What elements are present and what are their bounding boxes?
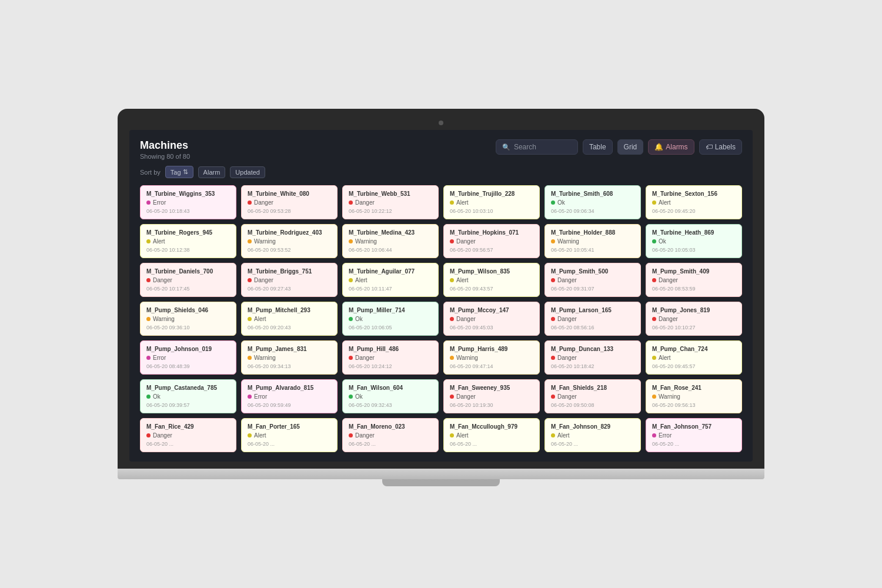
machine-card[interactable]: M_Pump_Jones_819 Danger 06-05-20 10:10:2… [646,302,742,336]
status-dot [652,356,656,360]
status-dot [551,356,555,360]
screen-bezel: Machines Showing 80 of 80 🔍 Search Table… [118,109,764,469]
screen: Machines Showing 80 of 80 🔍 Search Table… [129,130,753,462]
machine-name: M_Turbine_Heath_869 [652,229,736,236]
status-text: Danger [153,432,172,439]
machine-time: 06-05-20 ... [248,441,331,447]
machine-card[interactable]: M_Fan_Moreno_023 Danger 06-05-20 ... [342,418,439,452]
status-dot [349,201,353,205]
machine-time: 06-05-20 09:53:52 [248,247,331,253]
sort-tag-button[interactable]: Tag ⇅ [165,166,193,178]
machine-card[interactable]: M_Pump_Chan_724 Alert 06-05-20 09:45:57 [646,340,742,375]
machine-card[interactable]: M_Pump_Miller_714 Ok 06-05-20 10:06:05 [342,302,439,336]
camera [439,121,443,125]
machine-status: Ok [349,393,432,400]
machine-card[interactable]: M_Turbine_Medina_423 Warning 06-05-20 10… [342,224,439,258]
machine-card[interactable]: M_Turbine_Briggs_751 Danger 06-05-20 09:… [241,263,338,297]
machine-name: M_Turbine_Daniels_700 [146,268,230,275]
machine-card[interactable]: M_Fan_Shields_218 Danger 06-05-20 09:50:… [544,379,641,413]
machine-card[interactable]: M_Turbine_Wiggins_353 Error 06-05-20 10:… [140,185,236,219]
machine-card[interactable]: M_Turbine_Heath_869 Ok 06-05-20 10:05:03 [646,224,742,258]
machine-card[interactable]: M_Fan_Wilson_604 Ok 06-05-20 09:32:43 [342,379,439,413]
machine-card[interactable]: M_Fan_Porter_165 Alert 06-05-20 ... [241,418,338,452]
status-dot [551,317,555,321]
machine-time: 06-05-20 10:19:30 [450,402,533,408]
status-text: Ok [557,199,565,206]
machine-status: Danger [652,277,736,283]
machine-card[interactable]: M_Pump_Smith_500 Danger 06-05-20 09:31:0… [544,263,641,297]
machine-card[interactable]: M_Pump_Johnson_019 Error 06-05-20 08:48:… [140,340,236,375]
machine-name: M_Fan_Porter_165 [248,423,331,430]
machine-card[interactable]: M_Turbine_Webb_531 Danger 06-05-20 10:22… [342,185,439,219]
machine-card[interactable]: M_Turbine_Holder_888 Warning 06-05-20 10… [544,224,641,258]
status-dot [248,278,252,282]
alarms-button[interactable]: 🔔 Alarms [648,139,694,155]
page-subtitle: Showing 80 of 80 [140,153,190,160]
machine-card[interactable]: M_Turbine_Hopkins_071 Danger 06-05-20 09… [443,224,540,258]
machine-card[interactable]: M_Fan_Sweeney_935 Danger 06-05-20 10:19:… [443,379,540,413]
machine-name: M_Fan_Rice_429 [146,423,230,430]
machine-name: M_Fan_Moreno_023 [349,423,432,430]
machine-status: Danger [450,316,533,322]
sort-tag-icon: ⇅ [183,168,188,176]
machine-card[interactable]: M_Fan_Johnson_829 Alert 06-05-20 ... [544,418,641,452]
machine-card[interactable]: M_Pump_Alvarado_815 Error 06-05-20 09:59… [241,379,338,413]
machine-card[interactable]: M_Fan_Mccullough_979 Alert 06-05-20 ... [443,418,540,452]
status-text: Ok [659,238,666,245]
machine-card[interactable]: M_Turbine_Rogers_945 Alert 06-05-20 10:1… [140,224,236,258]
machine-time: 06-05-20 08:48:39 [146,363,230,369]
machine-card[interactable]: M_Pump_Hill_486 Danger 06-05-20 10:24:12 [342,340,439,375]
sort-updated-label: Updated [235,169,260,176]
machine-card[interactable]: M_Pump_Wilson_835 Alert 06-05-20 09:43:5… [443,263,540,297]
machine-card[interactable]: M_Pump_Larson_165 Danger 06-05-20 08:56:… [544,302,641,336]
machine-status: Danger [248,277,331,283]
machine-card[interactable]: M_Pump_Castaneda_785 Ok 06-05-20 09:39:5… [140,379,236,413]
machine-time: 06-05-20 ... [551,441,634,447]
laptop-base [118,469,764,479]
machine-card[interactable]: M_Turbine_Trujillo_228 Alert 06-05-20 10… [443,185,540,219]
machine-status: Danger [551,355,634,361]
machine-card[interactable]: M_Pump_Harris_489 Warning 06-05-20 09:47… [443,340,540,375]
machine-time: 06-05-20 09:34:13 [248,363,331,369]
machine-name: M_Pump_Mitchell_293 [248,307,331,313]
machine-time: 06-05-20 09:06:34 [551,208,634,214]
machine-card[interactable]: M_Fan_Johnson_757 Error 06-05-20 ... [646,418,742,452]
status-dot [349,356,353,360]
status-text: Warning [153,316,175,322]
machine-card[interactable]: M_Pump_Mitchell_293 Alert 06-05-20 09:20… [241,302,338,336]
machine-card[interactable]: M_Turbine_Sexton_156 Alert 06-05-20 09:4… [646,185,742,219]
machine-time: 06-05-20 ... [450,441,533,447]
table-button[interactable]: Table [583,139,613,155]
machine-name: M_Fan_Sweeney_935 [450,385,533,391]
machine-card[interactable]: M_Pump_Mccoy_147 Danger 06-05-20 09:45:0… [443,302,540,336]
machine-card[interactable]: M_Pump_James_831 Warning 06-05-20 09:34:… [241,340,338,375]
machine-card[interactable]: M_Turbine_White_080 Danger 06-05-20 09:5… [241,185,338,219]
sort-updated-button[interactable]: Updated [230,166,265,178]
machine-card[interactable]: M_Turbine_Rodriguez_403 Warning 06-05-20… [241,224,338,258]
machine-card[interactable]: M_Turbine_Smith_608 Ok 06-05-20 09:06:34 [544,185,641,219]
machine-card[interactable]: M_Turbine_Daniels_700 Danger 06-05-20 10… [140,263,236,297]
sort-alarm-button[interactable]: Alarm [198,166,226,178]
status-dot [450,278,454,282]
machine-name: M_Pump_Smith_409 [652,268,736,275]
machine-card[interactable]: M_Turbine_Aguilar_077 Alert 06-05-20 10:… [342,263,439,297]
machine-card[interactable]: M_Pump_Smith_409 Danger 06-05-20 08:53:5… [646,263,742,297]
status-text: Ok [355,393,363,400]
search-box[interactable]: 🔍 Search [496,139,578,155]
status-text: Danger [557,393,577,400]
header-left: Machines Showing 80 of 80 [140,139,190,160]
tag-icon: 🏷 [706,143,713,151]
machine-name: M_Pump_Mccoy_147 [450,307,533,313]
status-text: Error [153,199,166,206]
machine-card[interactable]: M_Pump_Duncan_133 Danger 06-05-20 10:18:… [544,340,641,375]
status-dot [349,278,353,282]
machine-status: Danger [248,199,331,206]
grid-button[interactable]: Grid [617,139,644,155]
status-dot [551,278,555,282]
status-text: Alert [355,277,368,283]
machine-card[interactable]: M_Fan_Rose_241 Warning 06-05-20 09:56:13 [646,379,742,413]
labels-button[interactable]: 🏷 Labels [699,139,742,155]
machine-card[interactable]: M_Fan_Rice_429 Danger 06-05-20 ... [140,418,236,452]
machines-grid: M_Turbine_Wiggins_353 Error 06-05-20 10:… [140,185,742,452]
machine-card[interactable]: M_Pump_Shields_046 Warning 06-05-20 09:3… [140,302,236,336]
